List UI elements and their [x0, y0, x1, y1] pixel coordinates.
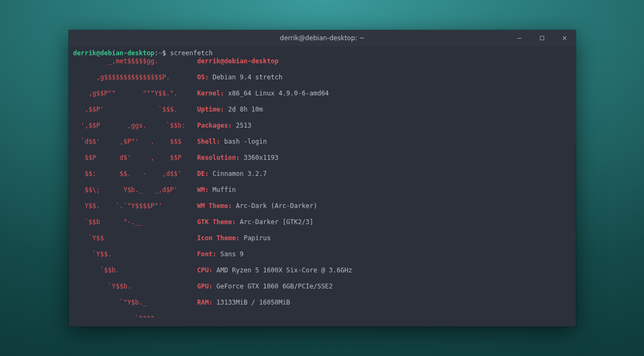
- ascii-art-line: ,g$$P"" """Y$$.".: [73, 90, 197, 98]
- value-gtk-theme: Arc-Darker [GTK2/3]: [240, 218, 313, 226]
- value-shell: bash -login: [224, 138, 267, 145]
- fetch-row-13: `$$b. CPU: AMD Ryzen 5 1600X Six-Core @ …: [73, 266, 572, 275]
- fetch-row-7: $$: $$. - ,d$$' DE: Cinnamon 3.2.7: [73, 170, 572, 178]
- ascii-art-line: $$: $$. - ,d$$': [73, 170, 197, 178]
- value-wm: Muffin: [213, 186, 236, 194]
- fetch-row-1: ,g$$$$$$$$$$$$$$$P. OS: Debian 9.4 stret…: [73, 73, 572, 81]
- fetch-row-0: _,met$$$$$gg. derrik@debian-desktop: [73, 57, 572, 65]
- maximize-icon: [539, 35, 545, 41]
- value-wm-theme: Arc-Dark (Arc-Darker): [236, 202, 317, 210]
- label-wm-theme: WM Theme:: [197, 202, 232, 210]
- maximize-button[interactable]: [531, 30, 553, 46]
- close-button[interactable]: [553, 30, 576, 46]
- close-icon: [562, 35, 567, 41]
- titlebar[interactable]: derrik@debian-desktop: ~: [69, 30, 576, 46]
- window-controls: [508, 30, 576, 46]
- ascii-art-line: ,$$P' `$$$.: [73, 106, 197, 114]
- window-title: derrik@debian-desktop: ~: [69, 34, 576, 42]
- minimize-button[interactable]: [508, 30, 531, 46]
- desktop-background: derrik@debian-desktop: ~ derrik@debian-d…: [0, 0, 644, 356]
- fetch-row-5: `d$$' ,$P"' . $$$ Shell: bash -login: [73, 138, 572, 146]
- label-os: OS:: [197, 73, 209, 81]
- ascii-art-line: $$P d$' , $$P: [73, 154, 197, 162]
- info-at: @: [221, 57, 224, 65]
- prompt-sep: :: [155, 49, 158, 57]
- ascii-art-line: `$$b "-.__: [73, 218, 197, 226]
- minimize-icon: [517, 35, 522, 41]
- ascii-art-line: `$$b.: [73, 266, 197, 275]
- value-packages: 2513: [236, 122, 251, 129]
- ascii-art-line: `"Y$b._: [73, 299, 197, 307]
- prompt-line-1: derrik@debian-desktop:~$ screenfetch: [73, 49, 213, 57]
- svg-rect-0: [517, 38, 522, 39]
- label-kernel: Kernel:: [197, 90, 224, 97]
- value-kernel: x86_64 Linux 4.9.0-6-amd64: [228, 90, 329, 97]
- ascii-art-line: `d$$' ,$P"' . $$$: [73, 138, 197, 146]
- ascii-art-line: $$\; Y$b._ _,d$P': [73, 186, 197, 194]
- info-user: derrik: [197, 57, 220, 65]
- fetch-row-9: Y$$. `.`"Y$$$$P"' WM Theme: Arc-Dark (Ar…: [73, 202, 572, 210]
- terminal-output[interactable]: derrik@debian-desktop:~$ screenfetch _,m…: [69, 46, 576, 327]
- fetch-row-14: `Y$$b. GPU: GeForce GTX 1060 6GB/PCIe/SS…: [73, 283, 572, 291]
- terminal-window: derrik@debian-desktop: ~ derrik@debian-d…: [69, 30, 576, 327]
- value-gpu: GeForce GTX 1060 6GB/PCIe/SSE2: [216, 283, 333, 290]
- ascii-art-line: `Y$$.: [73, 250, 197, 258]
- label-icon-theme: Icon Theme:: [197, 234, 239, 242]
- fetch-row-3: ,$$P' `$$$. Uptime: 2d 8h 10m: [73, 106, 572, 114]
- fetch-row-6: $$P d$' , $$P Resolution: 3360x1193: [73, 154, 572, 162]
- label-uptime: Uptime:: [197, 106, 224, 113]
- label-font: Font:: [197, 250, 216, 258]
- fetch-row-12: `Y$$. Font: Sans 9: [73, 250, 572, 258]
- fetch-row-8: $$\; Y$b._ _,d$P' WM: Muffin: [73, 186, 572, 194]
- fetch-row-10: `$$b "-.__ GTK Theme: Arc-Darker [GTK2/3…: [73, 218, 572, 226]
- label-ram: RAM:: [197, 299, 213, 306]
- label-gpu: GPU:: [197, 283, 213, 290]
- label-resolution: Resolution:: [197, 154, 239, 161]
- ascii-art-line: ,g$$$$$$$$$$$$$$$P.: [73, 73, 197, 81]
- value-cpu: AMD Ryzen 5 1600X Six-Core @ 3.6GHz: [216, 266, 352, 274]
- label-de: DE:: [197, 170, 209, 177]
- label-gtk-theme: GTK Theme:: [197, 218, 236, 226]
- value-uptime: 2d 8h 10m: [228, 106, 263, 113]
- value-icon-theme: Papirus: [244, 234, 271, 242]
- value-os: Debian 9.4 stretch: [213, 73, 282, 81]
- fetch-row-4: ',$$P ,ggs. `$$b: Packages: 2513: [73, 122, 572, 130]
- ascii-art-line: _,met$$$$$gg.: [73, 57, 197, 65]
- fetch-row-2: ,g$$P"" """Y$$.". Kernel: x86_64 Linux 4…: [73, 90, 572, 98]
- value-font: Sans 9: [221, 250, 244, 258]
- svg-rect-1: [540, 36, 544, 40]
- ascii-art-line: `Y$$b.: [73, 283, 197, 291]
- label-packages: Packages:: [197, 122, 232, 129]
- fetch-row-15: `"Y$b._ RAM: 13133MiB / 16050MiB: [73, 299, 572, 307]
- ascii-art-line: `"""": [73, 315, 197, 323]
- fetch-row-16: `"""": [73, 315, 572, 323]
- fetch-row-11: `Y$$ Icon Theme: Papirus: [73, 234, 572, 242]
- label-wm: WM:: [197, 186, 209, 194]
- value-resolution: 3360x1193: [244, 154, 279, 161]
- prompt-user-host: derrik@debian-desktop: [73, 49, 155, 57]
- ascii-art-line: ',$$P ,ggs. `$$b:: [73, 122, 197, 130]
- info-host: debian-desktop: [224, 57, 279, 65]
- label-cpu: CPU:: [197, 266, 213, 274]
- command-text: screenfetch: [170, 49, 213, 57]
- ascii-art-line: Y$$. `.`"Y$$$$P"': [73, 202, 197, 210]
- label-shell: Shell:: [197, 138, 220, 145]
- value-de: Cinnamon 3.2.7: [213, 170, 267, 177]
- value-ram: 13133MiB / 16050MiB: [216, 299, 290, 306]
- ascii-art-line: `Y$$: [73, 234, 197, 242]
